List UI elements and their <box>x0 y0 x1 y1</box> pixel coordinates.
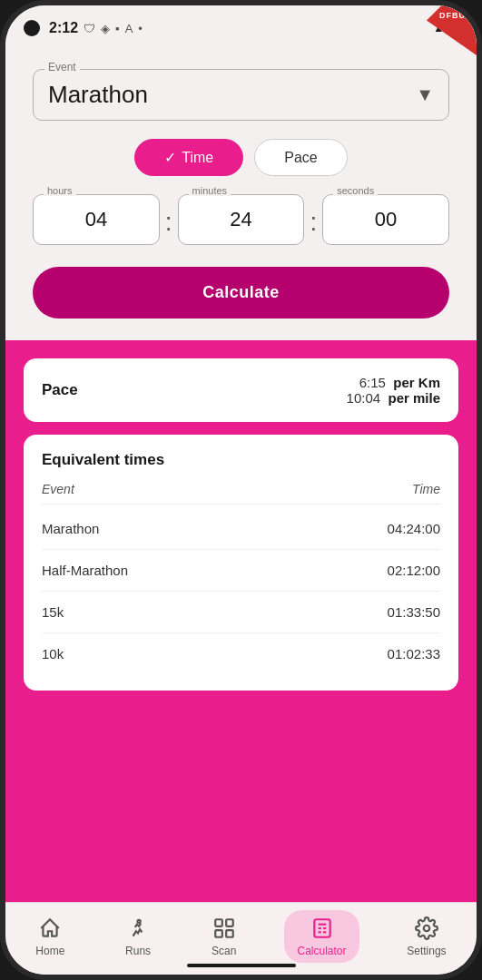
svg-rect-2 <box>226 919 233 926</box>
minutes-field: minutes <box>178 194 305 245</box>
equiv-event-0: Marathon <box>42 521 99 536</box>
toggle-row: ✓ Time Pace <box>33 139 449 176</box>
time-inputs-row: hours : minutes : seconds <box>33 194 449 245</box>
event-dropdown[interactable]: Event Marathon ▼ <box>33 69 449 121</box>
pace-mile-value: 10:04 <box>347 390 381 406</box>
equiv-col-time: Time <box>412 482 440 496</box>
svg-rect-1 <box>215 919 222 926</box>
pace-mile: 10:04 per mile <box>347 390 440 406</box>
event-value: Marathon <box>48 81 148 109</box>
pace-toggle-button[interactable]: Pace <box>254 139 347 176</box>
svg-rect-4 <box>226 930 233 937</box>
text-icon: A <box>125 22 133 35</box>
hours-field: hours <box>33 194 160 245</box>
status-time: 2:12 <box>49 20 78 36</box>
time-toggle-label: Time <box>182 150 213 166</box>
event-row: Marathon ▼ <box>48 81 434 109</box>
home-icon <box>37 916 63 941</box>
top-section: Event Marathon ▼ ✓ Time Pace hour <box>5 51 477 340</box>
pace-toggle-label: Pace <box>284 150 317 166</box>
equiv-col-event: Event <box>42 482 74 496</box>
scan-icon <box>211 916 237 941</box>
chevron-down-icon: ▼ <box>416 84 434 105</box>
equiv-time-1: 02:12:00 <box>388 563 440 578</box>
hours-label: hours <box>44 185 76 196</box>
nav-label-scan: Scan <box>211 945 236 957</box>
signal-icon: ◈ <box>101 22 110 35</box>
nav-item-settings[interactable]: Settings <box>394 910 458 963</box>
pace-km-unit: per Km <box>393 375 440 390</box>
nav-label-calculator: Calculator <box>297 945 346 957</box>
main-content: Event Marathon ▼ ✓ Time Pace hour <box>5 51 477 902</box>
equiv-header: Event Time <box>42 482 440 505</box>
separator-2: : <box>304 208 322 237</box>
pace-km-value: 6:15 <box>359 375 386 390</box>
svg-rect-5 <box>314 919 330 937</box>
nav-label-home: Home <box>35 945 64 957</box>
separator-1: : <box>160 208 178 237</box>
phone-frame: 2:12 🛡 ◈ ▪ A • ▲ ▲ DFBUG Event Marathon … <box>0 0 482 980</box>
minutes-input[interactable] <box>178 194 305 245</box>
runs-icon <box>125 916 151 941</box>
pace-km: 6:15 per Km <box>347 375 440 390</box>
status-left: 2:12 🛡 ◈ ▪ A • <box>24 20 143 36</box>
pace-mile-unit: per mile <box>388 390 440 406</box>
status-bar: 2:12 🛡 ◈ ▪ A • ▲ ▲ DFBUG <box>5 5 477 51</box>
calculator-icon <box>310 916 335 941</box>
hours-input[interactable] <box>33 194 160 245</box>
camera-dot <box>24 20 40 36</box>
seconds-input[interactable] <box>322 194 449 245</box>
table-row: 10k 01:02:33 <box>42 633 440 674</box>
dot-icon: • <box>138 22 143 35</box>
minutes-label: minutes <box>189 185 231 196</box>
settings-icon <box>414 916 439 941</box>
checkmark-icon: ✓ <box>164 149 176 166</box>
results-section: Pace 6:15 per Km 10:04 per mile Equivale… <box>5 340 477 902</box>
svg-rect-3 <box>215 930 222 937</box>
svg-point-11 <box>424 925 430 931</box>
equiv-rows: Marathon 04:24:00 Half-Marathon 02:12:00… <box>42 508 440 674</box>
equiv-event-1: Half-Marathon <box>42 563 128 578</box>
home-indicator <box>187 964 296 967</box>
svg-point-0 <box>138 919 141 922</box>
equiv-time-3: 01:02:33 <box>388 646 440 662</box>
seconds-field: seconds <box>322 194 449 245</box>
nav-label-runs: Runs <box>125 945 151 957</box>
table-row: 15k 01:33:50 <box>42 592 440 633</box>
calculate-button[interactable]: Calculate <box>33 267 449 318</box>
nav-item-scan[interactable]: Scan <box>199 910 250 963</box>
equiv-title: Equivalent times <box>42 451 440 469</box>
equivalent-times-card: Equivalent times Event Time Marathon 04:… <box>24 435 458 691</box>
pace-values: 6:15 per Km 10:04 per mile <box>347 375 440 406</box>
equiv-event-3: 10k <box>42 646 64 662</box>
time-toggle-button[interactable]: ✓ Time <box>134 139 243 176</box>
equiv-time-0: 04:24:00 <box>388 521 440 536</box>
seconds-label: seconds <box>333 185 378 196</box>
shield-icon: 🛡 <box>84 22 95 35</box>
table-row: Half-Marathon 02:12:00 <box>42 550 440 592</box>
pace-card-title: Pace <box>42 381 78 399</box>
equiv-event-2: 15k <box>42 604 64 620</box>
event-label: Event <box>44 61 80 74</box>
nav-item-calculator[interactable]: Calculator <box>284 910 359 963</box>
pace-card: Pace 6:15 per Km 10:04 per mile <box>24 358 458 422</box>
nav-item-home[interactable]: Home <box>23 910 77 963</box>
battery-icon: ▪ <box>115 22 120 35</box>
nav-item-runs[interactable]: Runs <box>113 910 163 963</box>
equiv-time-2: 01:33:50 <box>388 604 440 620</box>
table-row: Marathon 04:24:00 <box>42 508 440 550</box>
nav-label-settings: Settings <box>407 945 446 957</box>
